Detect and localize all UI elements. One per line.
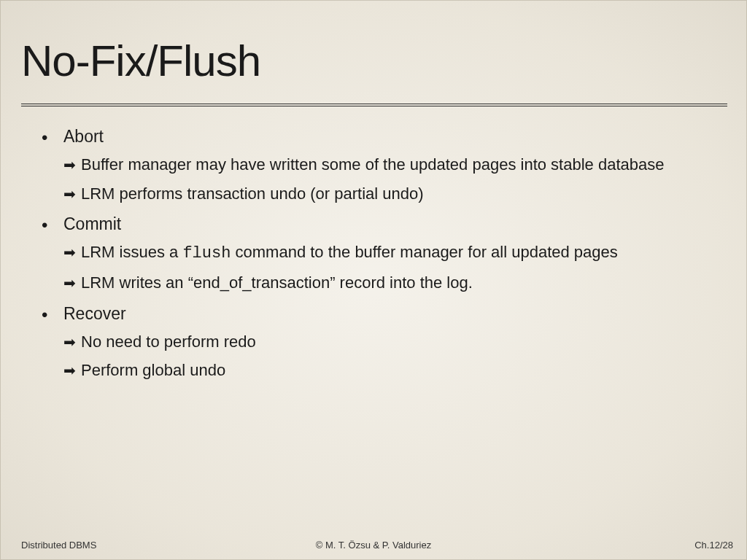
slide-title: No-Fix/Flush xyxy=(21,36,726,86)
title-rule xyxy=(21,104,727,106)
bullet-abort: • Abort xyxy=(42,127,719,147)
sub-text: LRM writes an “end_of_transaction” recor… xyxy=(81,272,473,294)
arrow-icon: ➡ xyxy=(63,243,81,262)
sub-item: ➡ Perform global undo xyxy=(63,359,719,381)
arrow-icon: ➡ xyxy=(63,155,81,174)
sub-list-abort: ➡ Buffer manager may have written some o… xyxy=(63,154,719,204)
sub-text-post: command to the buffer manager for all up… xyxy=(231,243,617,261)
bullet-dot-icon: • xyxy=(42,217,63,234)
sub-text: Buffer manager may have written some of … xyxy=(81,154,664,176)
sub-text-pre: LRM issues a xyxy=(81,243,182,261)
sub-list-commit: ➡ LRM issues a flush command to the buff… xyxy=(63,241,719,293)
content-area: • Abort ➡ Buffer manager may have writte… xyxy=(21,127,726,381)
bullet-label: Recover xyxy=(63,304,126,324)
arrow-icon: ➡ xyxy=(63,332,81,351)
bullet-label: Commit xyxy=(63,214,121,234)
bullet-dot-icon: • xyxy=(42,306,63,324)
bullet-commit: • Commit xyxy=(42,214,719,234)
sub-text: LRM issues a flush command to the buffer… xyxy=(81,241,618,265)
sub-list-recover: ➡ No need to perform redo ➡ Perform glob… xyxy=(63,331,719,381)
sub-text: LRM performs transaction undo (or partia… xyxy=(81,183,424,205)
arrow-icon: ➡ xyxy=(63,273,81,292)
sub-item: ➡ LRM issues a flush command to the buff… xyxy=(63,241,719,265)
footer-center: © M. T. Özsu & P. Valduriez xyxy=(316,540,431,551)
arrow-icon: ➡ xyxy=(63,361,81,380)
footer-left: Distributed DBMS xyxy=(21,540,96,551)
sub-text: Perform global undo xyxy=(81,359,225,381)
bullet-recover: • Recover xyxy=(42,304,719,324)
sub-item: ➡ LRM performs transaction undo (or part… xyxy=(63,183,719,205)
bullet-label: Abort xyxy=(63,127,104,147)
bullet-dot-icon: • xyxy=(42,129,63,147)
arrow-icon: ➡ xyxy=(63,184,81,203)
sub-item: ➡ Buffer manager may have written some o… xyxy=(63,154,719,176)
sub-text: No need to perform redo xyxy=(81,331,256,353)
footer-right: Ch.12/28 xyxy=(694,540,733,551)
code-flush: flush xyxy=(182,244,231,262)
footer: Distributed DBMS © M. T. Özsu & P. Valdu… xyxy=(1,540,746,551)
slide: No-Fix/Flush • Abort ➡ Buffer manager ma… xyxy=(1,1,746,559)
sub-item: ➡ LRM writes an “end_of_transaction” rec… xyxy=(63,272,719,294)
sub-item: ➡ No need to perform redo xyxy=(63,331,719,353)
